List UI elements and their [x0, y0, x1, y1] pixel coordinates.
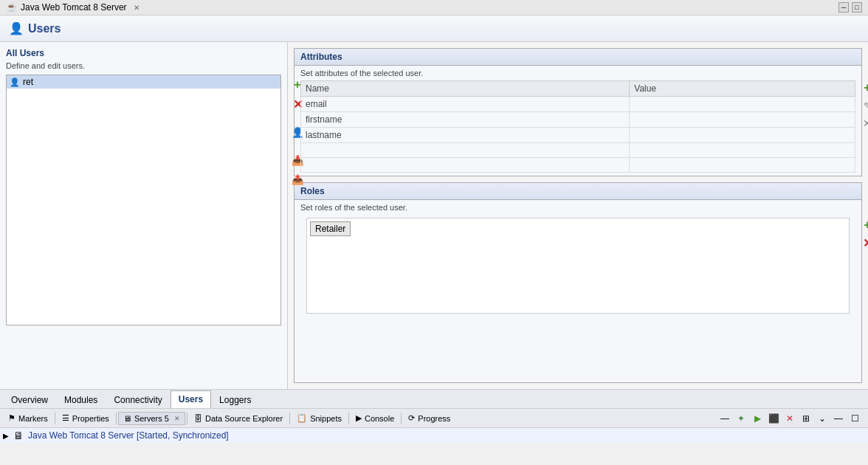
attr-name-email: email	[301, 97, 630, 112]
sep6	[401, 413, 402, 424]
servers-close-icon[interactable]: ✕	[174, 415, 180, 422]
roles-header: Roles	[294, 183, 861, 200]
export-button[interactable]: 📤	[290, 172, 305, 187]
window-icon: ☕	[6, 2, 17, 13]
progress-icon: ⟳	[408, 413, 415, 423]
attributes-body: Set attributes of the selected user. Nam…	[294, 66, 861, 176]
editor-tabs: Overview Modules Connectivity Users Logg…	[0, 389, 868, 409]
status-tab-datasource[interactable]: 🗄 Data Source Explorer	[189, 412, 288, 425]
remove-role-button[interactable]: ✕	[860, 235, 868, 250]
status-tab-servers[interactable]: 🖥 Servers 5 ✕	[118, 412, 185, 425]
snippets-icon: 📋	[297, 413, 307, 423]
table-row: firstname	[301, 112, 855, 128]
restore-button[interactable]: —	[831, 411, 846, 426]
edit-attribute-button[interactable]: ✎	[860, 98, 868, 113]
attr-value-empty2[interactable]	[630, 158, 855, 173]
window-title: ☕ Java Web Tomcat 8 Server ✕	[6, 2, 140, 13]
main-content: All Users Define and edit users. 👤 ret +…	[0, 42, 868, 389]
users-page-icon: 👤	[9, 21, 24, 35]
status-action-buttons: — ✦ ▶ ⬛ ✕ ⊞ ⌄ — ☐	[717, 411, 865, 426]
console-icon: ▶	[356, 413, 362, 423]
left-panel: All Users Define and edit users. 👤 ret +…	[0, 42, 288, 389]
sep4	[289, 413, 290, 424]
all-users-desc: Define and edit users.	[6, 61, 281, 70]
add-attribute-button[interactable]: +	[860, 80, 868, 95]
status-tab-snippets[interactable]: 📋 Snippets	[292, 411, 347, 425]
server-entry-row: ▶ 🖥 Java Web Tomcat 8 Server [Started, S…	[0, 428, 868, 443]
connect-button[interactable]: ✦	[734, 411, 748, 426]
attributes-header: Attributes	[294, 49, 861, 66]
roles-body: Set roles of the selected user.	[294, 200, 861, 215]
status-bar: ⚑ Markers ☰ Properties 🖥 Servers 5 ✕ 🗄 D…	[0, 409, 868, 428]
disconnect-button[interactable]: ✕	[782, 411, 797, 426]
servers-label: Servers 5	[134, 414, 169, 423]
tab-users[interactable]: Users	[170, 390, 211, 408]
tab-connectivity[interactable]: Connectivity	[106, 391, 170, 408]
maximize-button[interactable]: □	[852, 2, 862, 13]
attr-name-empty1	[301, 143, 630, 158]
expand-server-icon[interactable]: ▶	[3, 432, 9, 440]
minimize-pane-button[interactable]: —	[717, 411, 732, 426]
users-list: 👤 ret	[6, 75, 281, 326]
list-item[interactable]: 👤 ret	[7, 75, 280, 89]
attr-value-firstname[interactable]	[630, 112, 855, 128]
window-close-icon[interactable]: ✕	[134, 4, 140, 12]
status-tab-console[interactable]: ▶ Console	[351, 411, 399, 425]
tab-loggers[interactable]: Loggers	[211, 391, 259, 408]
right-panel: Attributes Set attributes of the selecte…	[288, 42, 868, 389]
roles-desc: Set roles of the selected user.	[300, 203, 855, 212]
roles-action-buttons: + ✕	[860, 218, 868, 250]
roles-section: Roles Set roles of the selected user. Re…	[294, 182, 862, 383]
attr-action-buttons: + ✎ ✕	[860, 80, 868, 131]
attr-name-lastname: lastname	[301, 128, 630, 143]
attr-name-firstname: firstname	[301, 112, 630, 128]
attr-value-empty1[interactable]	[630, 143, 855, 158]
remove-attribute-button[interactable]: ✕	[860, 116, 868, 131]
properties-icon: ☰	[62, 413, 69, 423]
table-row: lastname	[301, 128, 855, 143]
window-controls: ─ □	[838, 2, 862, 13]
tab-modules[interactable]: Modules	[56, 391, 106, 408]
all-users-title: All Users	[6, 48, 281, 58]
user-item-label: ret	[23, 77, 33, 87]
stop-server-button[interactable]: ⬛	[766, 411, 781, 426]
sep2	[116, 413, 117, 424]
roles-list: Retailer	[306, 218, 850, 314]
properties-label: Properties	[72, 414, 109, 423]
markers-label: Markers	[18, 414, 48, 423]
role-item[interactable]: Retailer	[310, 221, 351, 236]
table-row: email	[301, 97, 855, 112]
add-role-button[interactable]: +	[860, 218, 868, 232]
window-chrome: ☕ Java Web Tomcat 8 Server ✕ ─ □	[0, 0, 868, 16]
users-list-wrapper: 👤 ret + ✕ 👤 📥 📤	[6, 75, 281, 326]
minimize-button[interactable]: ─	[838, 2, 849, 13]
sep3	[187, 413, 187, 424]
user-item-icon: 👤	[10, 78, 20, 87]
status-tab-properties[interactable]: ☰ Properties	[57, 411, 114, 425]
markers-icon: ⚑	[8, 413, 16, 423]
page-title: Users	[28, 22, 61, 35]
attr-value-lastname[interactable]	[630, 128, 855, 143]
attr-name-empty2	[301, 158, 630, 173]
datasource-icon: 🗄	[194, 414, 202, 423]
roles-list-wrapper: Retailer + ✕	[300, 218, 855, 314]
expand-button[interactable]: ☐	[847, 411, 862, 426]
attributes-section: Attributes Set attributes of the selecte…	[294, 48, 862, 176]
server-icon: 🖥	[13, 430, 24, 441]
status-tab-markers[interactable]: ⚑ Markers	[3, 411, 53, 425]
attributes-table: Name Value email firstname	[300, 80, 855, 173]
attr-col-value: Value	[630, 81, 855, 97]
view-menu-button[interactable]: ⌄	[815, 411, 830, 426]
progress-label: Progress	[418, 414, 450, 423]
table-row	[301, 143, 855, 158]
tab-overview[interactable]: Overview	[3, 391, 56, 408]
server-entry-label[interactable]: Java Web Tomcat 8 Server [Started, Synch…	[28, 430, 229, 441]
new-server-button[interactable]: ⊞	[799, 411, 813, 426]
start-server-button[interactable]: ▶	[750, 411, 765, 426]
status-tab-progress[interactable]: ⟳ Progress	[403, 411, 455, 425]
datasource-label: Data Source Explorer	[205, 414, 283, 423]
page-header: 👤 Users	[0, 16, 868, 42]
sep5	[348, 413, 349, 424]
console-label: Console	[365, 414, 394, 423]
attr-value-email[interactable]	[630, 97, 855, 112]
